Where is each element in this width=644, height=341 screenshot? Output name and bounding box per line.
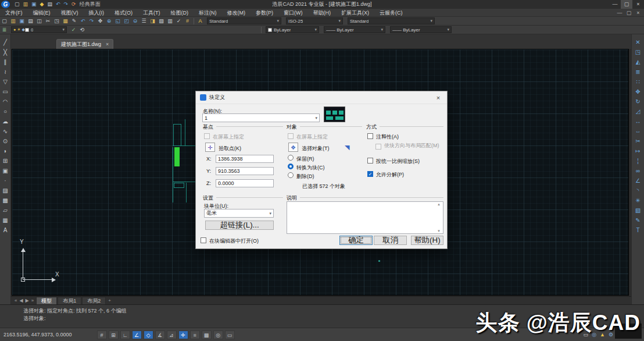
window-restore-button[interactable]: ▢	[621, 0, 632, 9]
polar-toggle[interactable]: ∠	[132, 331, 142, 339]
dialog-title-bar[interactable]: 块定义 ×	[196, 91, 447, 104]
menu-help[interactable]: 帮助(H)	[308, 9, 337, 17]
otrack-toggle[interactable]: ∡	[155, 331, 165, 339]
text-edit-icon[interactable]: T	[636, 227, 639, 233]
zoom-previous-icon[interactable]: ◰	[122, 17, 131, 26]
select-objects-icon[interactable]: ❖	[288, 143, 298, 152]
doc-minimize-button[interactable]: —	[615, 10, 624, 16]
dyn-toggle[interactable]: ✛	[178, 331, 188, 339]
chevron-down-icon[interactable]: ▾	[381, 27, 383, 32]
close-icon[interactable]: ×	[434, 94, 443, 101]
trim-icon[interactable]: ✂	[635, 138, 640, 144]
arc-icon[interactable]: ◠	[3, 98, 8, 105]
menu-dimension[interactable]: 标注(N)	[194, 9, 222, 17]
ok-button[interactable]: 确定	[339, 236, 373, 245]
chevron-down-icon[interactable]: ▾	[277, 19, 279, 23]
open-file-icon[interactable]: ▥	[9, 17, 17, 26]
plot-icon[interactable]: ▤	[26, 17, 35, 26]
tab-layout1[interactable]: 布局1	[58, 297, 81, 305]
plot-preview-icon[interactable]: ◫	[35, 17, 44, 26]
copy-icon[interactable]: ◳	[635, 49, 641, 55]
xline-icon[interactable]: ╳	[3, 49, 7, 55]
properties-icon[interactable]: ☰	[139, 17, 148, 26]
region-icon[interactable]: ▱	[3, 207, 8, 214]
allow-explode-label[interactable]: 允许分解(P)	[376, 171, 404, 179]
pick-point-icon[interactable]: ✛	[205, 143, 215, 152]
annotative-checkbox[interactable]	[367, 133, 373, 139]
scroll-down-icon[interactable]: ▾	[438, 229, 440, 233]
layout-next-button[interactable]: ▶	[24, 298, 30, 303]
ducs-toggle[interactable]: ⊿	[167, 331, 177, 339]
add-layout-button[interactable]: +	[107, 298, 112, 303]
pedit-icon[interactable]: ✎	[635, 217, 640, 223]
scroll-up-icon[interactable]: ▴	[438, 202, 440, 207]
spline-icon[interactable]: ∿	[3, 128, 8, 134]
hyperlink-button[interactable]: 超链接(L)...	[205, 221, 274, 230]
tab-layout2[interactable]: 布局2	[82, 297, 106, 305]
hatch-icon[interactable]: ▨	[2, 187, 8, 194]
grid-toggle[interactable]: ⊞	[109, 331, 119, 339]
uniform-scale-label[interactable]: 按统一比例缩放(S)	[376, 158, 420, 165]
undo-icon[interactable]: ↶	[78, 17, 87, 26]
explode-icon[interactable]: ✳	[635, 197, 640, 204]
menu-draw[interactable]: 绘图(D)	[166, 9, 194, 17]
chevron-down-icon[interactable]: ▾	[315, 116, 317, 120]
menu-tools[interactable]: 工具(T)	[138, 9, 166, 17]
join-icon[interactable]: ∞	[636, 168, 640, 174]
document-tab[interactable]: 建筑施工图1.dwg ×	[56, 39, 113, 49]
mline-icon[interactable]: ∥	[4, 59, 7, 65]
match-properties-icon[interactable]: ✎	[70, 17, 78, 26]
text-style-icon[interactable]: A	[196, 17, 205, 26]
menu-window[interactable]: 窗口(W)	[278, 9, 308, 17]
cycling-toggle[interactable]: ◎	[213, 331, 223, 339]
new-file-icon[interactable]: ▢	[0, 17, 9, 26]
new-file-icon[interactable]: ▢	[15, 1, 20, 8]
erase-icon[interactable]: ✕	[635, 39, 640, 45]
chevron-down-icon[interactable]: ▾	[269, 211, 271, 216]
zoom-window-icon[interactable]: ◱	[113, 17, 122, 26]
retain-label[interactable]: 保留(R)	[296, 155, 314, 163]
close-icon[interactable]: ×	[106, 41, 109, 47]
open-in-editor-checkbox[interactable]	[201, 237, 206, 243]
rotate-icon[interactable]: ↻	[635, 98, 640, 105]
paste-icon[interactable]: ▦	[61, 17, 70, 26]
menu-parametric[interactable]: 参数(P)	[251, 9, 278, 17]
undo-icon[interactable]: ↶	[56, 1, 60, 8]
base-y-input[interactable]	[216, 167, 274, 175]
scale-icon[interactable]: ◿	[636, 108, 641, 115]
tab-model[interactable]: 模型	[36, 297, 57, 305]
menu-view[interactable]: 视图(V)	[56, 9, 84, 17]
uniform-scale-checkbox[interactable]	[367, 158, 373, 164]
table-style-combo[interactable]: Standard▾	[348, 17, 435, 24]
make-block-icon[interactable]: ▣	[2, 168, 8, 174]
convert-to-block-radio[interactable]	[288, 164, 294, 169]
open-file-icon[interactable]: ▥	[23, 1, 28, 8]
extend-icon[interactable]: ↦	[635, 148, 640, 154]
description-scrollbar[interactable]: ▴▾	[435, 202, 442, 233]
lengthen-icon[interactable]: ⇔	[635, 128, 641, 134]
delete-label[interactable]: 删除(D)	[296, 173, 314, 180]
base-x-input[interactable]	[216, 155, 274, 163]
table-icon[interactable]: ▦	[2, 217, 8, 223]
chevron-down-icon[interactable]: ▾	[447, 27, 449, 32]
open-in-editor-label[interactable]: 在块编辑器中打开(O)	[209, 237, 259, 245]
text-style-combo[interactable]: Standard▾	[207, 17, 281, 24]
description-textarea[interactable]	[287, 201, 443, 234]
markup-icon[interactable]: ✓	[174, 17, 183, 26]
allow-explode-checkbox[interactable]: ✓	[367, 171, 373, 177]
pick-point-label[interactable]: 拾取点(K)	[219, 145, 241, 152]
save-icon[interactable]: ▣	[31, 1, 37, 8]
menu-format[interactable]: 格式(O)	[109, 9, 138, 17]
base-z-input[interactable]	[216, 179, 274, 187]
menu-cloud[interactable]: 云服务(C)	[374, 9, 408, 17]
chevron-down-icon[interactable]: ▾	[314, 27, 317, 32]
make-current-layer-icon[interactable]: ✓	[69, 26, 78, 34]
window-close-button[interactable]: ×	[632, 0, 644, 9]
zoom-out-icon[interactable]: ⊖	[131, 17, 139, 26]
previous-layer-icon[interactable]: ⟲	[78, 26, 87, 34]
ortho-toggle[interactable]: ∟	[120, 331, 130, 339]
gradient-icon[interactable]: ▩	[2, 197, 8, 204]
layout-last-button[interactable]: »	[30, 298, 35, 303]
refresh-icon[interactable]: ⟳	[71, 1, 76, 8]
block-name-combo[interactable]: 1 ▾	[202, 113, 320, 122]
